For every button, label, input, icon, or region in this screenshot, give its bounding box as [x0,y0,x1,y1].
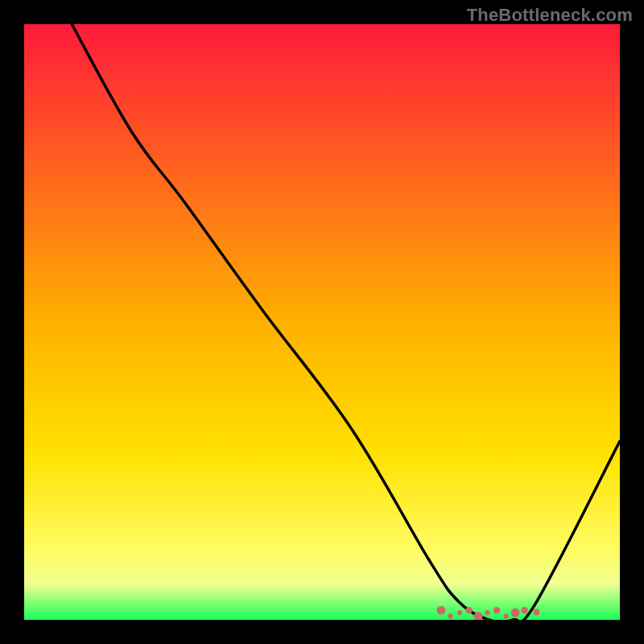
chart-container: TheBottleneck.com [0,0,644,644]
chart-svg [24,24,620,620]
watermark-source-label: TheBottleneck.com [467,5,633,26]
plot-area [24,24,620,620]
gradient-background [24,24,620,620]
